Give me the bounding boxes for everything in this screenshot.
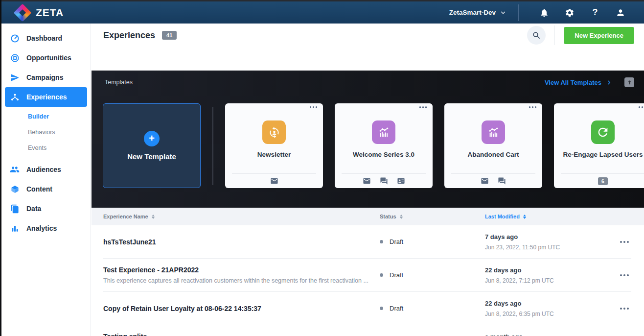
email-icon — [270, 177, 278, 185]
sidebar-item-label: Content — [26, 185, 52, 193]
template-cards-row: + New Template Newsletter — [103, 103, 644, 188]
search-button[interactable] — [527, 26, 546, 45]
row-menu-button[interactable] — [598, 308, 632, 310]
sidebar-subitem-builder[interactable]: Builder — [1, 109, 91, 124]
sidebar-item-experiences[interactable]: Experiences — [5, 87, 87, 107]
status-label: Draft — [390, 238, 403, 245]
header-divider — [554, 25, 555, 45]
new-template-label: New Template — [127, 152, 176, 161]
main-content: Experiences 41 New Experience Templates … — [92, 24, 644, 336]
modified-absolute: Jun 23, 2022, 11:50 pm UTC — [485, 244, 598, 251]
table-header-row: Experience Name Status Last Modified — [92, 208, 644, 225]
table-row[interactable]: Copy of Retain User Loyalty at 08-06-22 … — [92, 292, 644, 325]
collapse-templates-button[interactable] — [624, 77, 634, 87]
sort-icon — [400, 215, 403, 219]
view-all-templates-link[interactable]: View All Templates — [545, 79, 612, 86]
experience-name[interactable]: Copy of Retain User Loyalty at 08-06-22 … — [103, 305, 380, 312]
search-icon — [532, 31, 541, 40]
card-menu-button[interactable] — [529, 106, 537, 108]
row-menu-button[interactable] — [598, 241, 632, 243]
modified-relative: a month ago — [485, 333, 598, 336]
status-dot — [380, 240, 383, 243]
page-header: Experiences 41 New Experience — [92, 24, 644, 47]
sidebar-subitem-events[interactable]: Events — [1, 140, 91, 156]
status-label: Draft — [390, 305, 403, 312]
modified-relative: 22 days ago — [485, 266, 598, 274]
bell-icon — [539, 8, 549, 18]
subitem-label: Behaviors — [28, 129, 55, 136]
experience-name[interactable]: Test Experience - 21APR2022 — [103, 266, 380, 274]
sidebar-item-opportunities[interactable]: Opportunities — [5, 48, 87, 68]
row-menu-button[interactable] — [598, 274, 632, 276]
help-button[interactable]: ? — [590, 7, 600, 18]
stacked-pages-icon — [10, 204, 20, 214]
new-template-card[interactable]: + New Template — [103, 103, 201, 188]
template-card-abandoned-cart[interactable]: Abandoned Cart — [444, 103, 542, 188]
template-card-reengage[interactable]: Re-Engage Lapsed Users 6 — [554, 103, 644, 188]
brand-logo[interactable]: ZETA — [16, 6, 64, 19]
chevron-down-icon — [500, 9, 506, 16]
sidebar-item-label: Experiences — [26, 93, 67, 101]
status-dot — [380, 307, 383, 310]
account-switcher[interactable]: ZetaSmart-Dev — [449, 9, 506, 16]
sidebar-item-content[interactable]: Content — [5, 179, 87, 199]
new-experience-button[interactable]: New Experience — [564, 27, 634, 44]
sidebar-item-campaigns[interactable]: Campaigns — [5, 68, 87, 87]
experiences-table: Experience Name Status Last Modified hsT… — [92, 208, 644, 336]
contact-card-icon — [397, 177, 405, 185]
email-icon — [481, 177, 489, 185]
sidebar-item-dashboard[interactable]: Dashboard — [5, 28, 87, 48]
card-menu-button[interactable] — [639, 106, 644, 108]
experiences-flow-icon — [10, 92, 20, 102]
target-icon — [10, 53, 20, 63]
template-name: Welcome Series 3.0 — [335, 151, 433, 158]
notifications-button[interactable] — [539, 7, 550, 18]
sidebar-item-label: Opportunities — [26, 54, 71, 62]
experience-name[interactable]: hsTsTestJune21 — [103, 238, 380, 246]
templates-section: Templates View All Templates — [92, 71, 644, 208]
chart-icon — [482, 120, 505, 144]
sidebar-item-label: Dashboard — [26, 34, 62, 42]
subitem-label: Builder — [28, 113, 49, 120]
people-icon — [10, 165, 20, 174]
brand-name: ZETA — [36, 7, 64, 19]
lifecycle-person-icon — [262, 120, 286, 144]
subitem-label: Events — [28, 144, 46, 151]
sidebar-subitem-behaviors[interactable]: Behaviors — [1, 124, 91, 140]
sidebar-item-audiences[interactable]: Audiences — [5, 160, 87, 179]
profile-button[interactable] — [615, 7, 626, 18]
table-row[interactable]: Test Experience - 21APR2022 This experie… — [92, 259, 644, 291]
experience-count-badge: 41 — [162, 31, 177, 40]
sidebar-item-analytics[interactable]: Analytics — [5, 218, 87, 238]
sort-icon — [152, 215, 155, 219]
card-menu-button[interactable] — [419, 106, 427, 108]
channel-count-badge: 6 — [598, 177, 608, 185]
settings-button[interactable] — [564, 7, 575, 18]
bar-chart-icon — [10, 223, 20, 233]
question-mark-icon: ? — [593, 7, 598, 18]
column-last-modified[interactable]: Last Modified — [485, 214, 598, 219]
top-navbar: ZETA ZetaSmart-Dev ? — [1, 1, 644, 24]
template-card-newsletter[interactable]: Newsletter — [225, 103, 323, 188]
template-channels: 6 — [561, 173, 644, 188]
template-name: Newsletter — [225, 151, 323, 158]
table-row[interactable]: Testing splits 10% holdout and split by … — [92, 325, 644, 336]
modified-relative: 7 days ago — [485, 233, 598, 240]
template-card-welcome-series[interactable]: Welcome Series 3.0 — [335, 103, 433, 188]
card-menu-button[interactable] — [310, 106, 318, 108]
experience-name[interactable]: Testing splits — [103, 333, 380, 336]
window-edge-left — [0, 0, 1, 336]
page-title: Experiences — [103, 30, 155, 41]
table-row[interactable]: hsTsTestJune21 Draft 7 days agoJun 23, 2… — [92, 225, 644, 258]
column-experience-name[interactable]: Experience Name — [103, 214, 380, 219]
sidebar-item-label: Data — [26, 205, 41, 213]
sidebar-item-data[interactable]: Data — [5, 199, 87, 218]
column-status[interactable]: Status — [380, 214, 485, 219]
refresh-icon — [591, 120, 615, 144]
chevron-right-icon — [606, 80, 612, 85]
person-icon — [616, 8, 625, 18]
status-dot — [380, 273, 383, 277]
sidebar-item-label: Audiences — [26, 166, 61, 173]
chat-icon — [498, 177, 506, 185]
templates-section-label: Templates — [105, 79, 133, 86]
